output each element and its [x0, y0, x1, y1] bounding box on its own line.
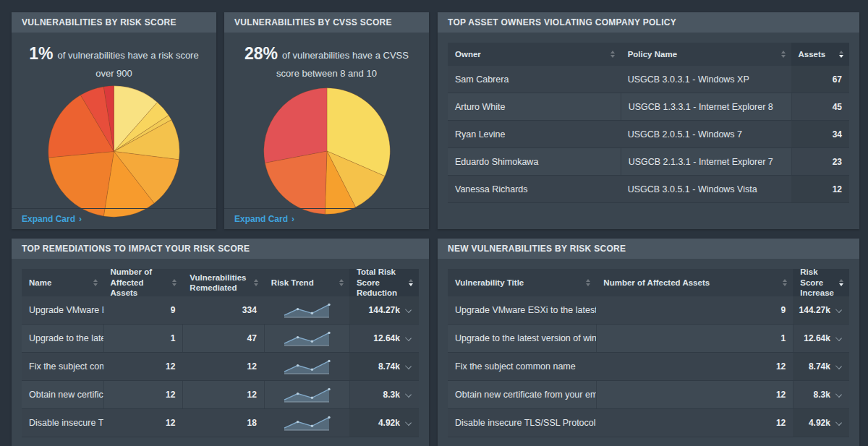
column-header-name[interactable]: Name — [22, 269, 103, 296]
stat-text: of vulnerabilities have a CVSS score bet… — [276, 50, 409, 79]
affected-assets-cell: 12 — [596, 381, 793, 408]
risk-score-value: 144.27k — [369, 305, 400, 315]
expandable-value-cell: 4.92k — [349, 409, 419, 437]
card-title-cvss-score: VULNERABILITIES BY CVSS SCORE — [224, 12, 429, 33]
expand-row-chevron-icon[interactable] — [836, 420, 842, 426]
table-row[interactable]: Ryan LevineUSGCB 2.0.5.1 - Windows 734 — [448, 121, 849, 148]
expand-row-chevron-icon[interactable] — [836, 364, 842, 369]
table-row[interactable]: Vanessa RichardsUSGCB 3.0.5.1 - Windows … — [448, 176, 849, 203]
table-row[interactable]: Upgrade VMware ES...9334144.27k — [22, 296, 419, 325]
risk-score-value: 8.74k — [378, 361, 400, 372]
owner-cell: Ryan Levine — [448, 121, 621, 147]
vulnerabilities-remediated-cell: 334 — [182, 296, 264, 324]
expand-row-chevron-icon[interactable] — [406, 420, 412, 426]
expandable-value-cell: 4.92k — [793, 409, 849, 437]
column-header-vulnerabilities-remediated[interactable]: Vulnerabilities Remediated — [182, 269, 264, 296]
table-row[interactable]: Fix the subject common name128.74k — [448, 353, 849, 381]
risk-trend-cell — [264, 325, 349, 352]
pie-chart-area — [224, 87, 429, 215]
card-title-text: VULNERABILITIES BY CVSS SCORE — [234, 17, 392, 27]
table-row[interactable]: Eduardo ShimokawaUSGCB 2.1.3.1 - Interne… — [448, 148, 849, 176]
expandable-value-cell: 12.64k — [349, 325, 419, 352]
table-row[interactable]: Arturo WhiteUSGCB 1.3.3.1 - Internet Exp… — [448, 93, 849, 121]
expand-card-link[interactable]: Expand Card› — [22, 214, 82, 224]
card-new-vulnerabilities: NEW VULNERABILITIES BY RISK SCORE Vulner… — [438, 239, 859, 446]
column-header-owner[interactable]: Owner — [448, 43, 621, 66]
sort-up-icon — [339, 279, 344, 282]
risk-trend-cell — [264, 409, 349, 437]
column-header-label: Name — [29, 278, 89, 288]
remediation-name-cell: Disable insecure TLS.. — [22, 409, 103, 437]
table-row[interactable]: Disable insecure TLS..12184.92k — [22, 409, 419, 437]
card-vulnerabilities-by-cvss-score: VULNERABILITIES BY CVSS SCORE 28%of vuln… — [224, 12, 429, 229]
risk-score-pie-chart[interactable] — [47, 85, 181, 218]
table-row[interactable]: Obtain new certificat...12128.3k — [22, 381, 419, 409]
risk-score-value: 8.3k — [383, 390, 400, 400]
remediations-table: NameNumber of Affected AssetsVulnerabili… — [22, 269, 419, 437]
affected-assets-cell: 12 — [103, 409, 183, 437]
affected-assets-cell: 9 — [103, 296, 183, 324]
policy-name-cell: USGCB 3.0.5.1 - Windows Vista — [621, 176, 791, 202]
expand-row-chevron-icon[interactable] — [836, 335, 842, 341]
table-row[interactable]: Fix the subject com...12128.74k — [22, 353, 419, 381]
policy-name-cell: USGCB 2.1.3.1 - Internet Explorer 7 — [621, 148, 791, 175]
sort-up-icon — [586, 279, 590, 282]
affected-assets-cell: 12 — [596, 353, 793, 380]
expand-row-chevron-icon[interactable] — [836, 392, 842, 398]
table-row[interactable]: Obtain new certificate from your employe… — [448, 381, 849, 409]
column-header-label: Owner — [455, 49, 606, 59]
expand-row-chevron-icon[interactable] — [406, 335, 412, 341]
chevron-right-icon: › — [292, 214, 294, 224]
cvss-score-pie-chart[interactable] — [263, 87, 391, 215]
expandable-value-cell: 144.27k — [349, 296, 419, 324]
risk-trend-sparkline — [283, 301, 331, 319]
policy-name-cell: USGCB 2.0.5.1 - Windows 7 — [621, 121, 791, 147]
pie-slice-7[interactable] — [48, 151, 114, 216]
risk-score-value: 12.64k — [373, 333, 400, 343]
expand-row-chevron-icon[interactable] — [406, 364, 412, 369]
expand-row-chevron-icon[interactable] — [406, 392, 412, 398]
new-vulnerabilities-table: Vulnerability TitleNumber of Affected As… — [448, 269, 849, 437]
sort-up-icon — [610, 51, 615, 53]
assets-count-cell: 67 — [791, 66, 849, 93]
risk-score-value: 12.64k — [804, 333, 830, 343]
column-header-number-of-affected-assets[interactable]: Number of Affected Assets — [596, 269, 793, 296]
sort-down-icon — [610, 55, 615, 58]
risk-score-value: 144.27k — [799, 305, 830, 315]
column-header-label: Number of Affected Assets — [111, 267, 169, 298]
owner-cell: Eduardo Shimokawa — [448, 148, 621, 175]
sort-up-icon — [93, 279, 98, 282]
sort-down-icon — [93, 283, 98, 286]
table-row[interactable]: Upgrade VMware ESXi to the latest9144.27… — [448, 296, 849, 325]
column-header-number-of-affected-assets[interactable]: Number of Affected Assets — [103, 269, 183, 296]
expand-row-chevron-icon[interactable] — [406, 307, 412, 313]
column-header-risk-score-increase[interactable]: Risk Score Increase — [793, 269, 849, 296]
risk-trend-sparkline — [283, 386, 331, 403]
table-row[interactable]: Upgrade to the lates...14712.64k — [22, 325, 419, 353]
assets-count-cell: 23 — [791, 148, 849, 175]
vulnerability-title-cell: Disable insecure TLS/SSL Protocol — [448, 409, 596, 437]
column-header-risk-trend[interactable]: Risk Trend — [264, 269, 349, 296]
asset-owners-table: OwnerPolicy NameAssetsSam CabreraUSGCB 3… — [448, 43, 849, 203]
table-row[interactable]: Upgrade to the latest version of windows… — [448, 325, 849, 353]
card-footer: Expand Card› — [224, 208, 429, 229]
column-header-policy-name[interactable]: Policy Name — [621, 43, 791, 66]
vulnerability-title-cell: Fix the subject common name — [448, 353, 596, 380]
table-header-row: Vulnerability TitleNumber of Affected As… — [448, 269, 849, 296]
column-header-label: Risk Score Increase — [800, 267, 835, 298]
column-header-vulnerability-title[interactable]: Vulnerability Title — [448, 269, 596, 296]
pie-slice-5[interactable] — [263, 87, 326, 163]
expand-card-link[interactable]: Expand Card› — [234, 214, 294, 224]
column-header-label: Risk Trend — [271, 278, 335, 288]
column-header-assets[interactable]: Assets — [791, 43, 849, 66]
sort-up-icon — [839, 51, 843, 53]
column-header-total-risk-score-reduction[interactable]: Total Risk Score Reduction — [349, 269, 419, 296]
table-row[interactable]: Disable insecure TLS/SSL Protocol124.92k — [448, 409, 849, 437]
table-row[interactable]: Sam CabreraUSGCB 3.0.3.1 - Windows XP67 — [448, 66, 849, 93]
sort-arrows-icon — [93, 279, 98, 286]
expandable-value-cell: 144.27k — [793, 296, 849, 324]
card-title-remediations: TOP REMEDIATIONS TO IMPACT YOUR RISK SCO… — [12, 239, 429, 259]
expand-row-chevron-icon[interactable] — [836, 307, 842, 313]
expandable-value-cell: 8.74k — [349, 353, 419, 380]
sort-down-icon — [339, 283, 344, 286]
